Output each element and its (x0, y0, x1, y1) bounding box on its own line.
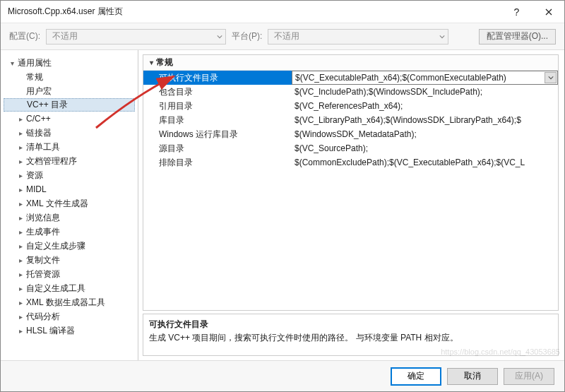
tree-item-label: 浏览信息 (25, 212, 60, 224)
platform-value: 不适用 (274, 30, 299, 42)
chevron-down-icon (548, 75, 554, 81)
apply-button[interactable]: 应用(A) (504, 368, 554, 385)
chevron-down-icon (217, 32, 222, 42)
caret-right-icon: ▸ (16, 271, 25, 278)
property-name: Windows 运行库目录 (143, 127, 292, 141)
tree-root-label: 通用属性 (16, 57, 52, 69)
description-pane: 可执行文件目录 生成 VC++ 项目期间，搜索可执行文件时使用的路径。 与环境变… (143, 314, 559, 356)
tree-item-label: 清单工具 (25, 141, 60, 153)
property-row[interactable]: 源目录$(VC_SourcePath); (143, 141, 558, 155)
tree-item[interactable]: ▸浏览信息 (4, 210, 135, 225)
property-value[interactable]: $(VC_ExecutablePath_x64);$(CommonExecuta… (292, 71, 558, 85)
caret-right-icon: ▸ (16, 158, 25, 165)
tree-item[interactable]: ▸文档管理程序 (4, 154, 135, 168)
property-row[interactable]: Windows 运行库目录$(WindowsSDK_MetadataPath); (143, 127, 558, 141)
property-row[interactable]: 包含目录$(VC_IncludePath);$(WindowsSDK_Inclu… (143, 85, 558, 99)
property-value[interactable]: $(VC_LibraryPath_x64);$(WindowsSDK_Libra… (292, 113, 558, 127)
caret-right-icon: ▸ (16, 242, 25, 250)
tree-item[interactable]: ▸资源 (4, 168, 135, 182)
help-button[interactable]: ? (501, 1, 533, 23)
property-name: 包含目录 (143, 85, 292, 99)
tree-item[interactable]: ▸自定义生成工具 (4, 281, 135, 295)
titlebar: Microsoft.Cpp.x64.user 属性页 ? (1, 1, 564, 23)
platform-label: 平台(P): (232, 30, 262, 42)
tree-item[interactable]: ▸XML 数据生成器工具 (4, 295, 135, 309)
tree-item[interactable]: ▸托管资源 (4, 267, 135, 281)
dialog-footer: 确定 取消 应用(A) (1, 360, 564, 391)
close-button[interactable] (533, 1, 564, 23)
tree-item-label: MIDL (25, 184, 47, 194)
ok-button[interactable]: 确定 (391, 367, 441, 386)
body: ▾ 通用属性 常规用户宏VC++ 目录▸C/C++▸链接器▸清单工具▸文档管理程… (1, 50, 564, 360)
tree-item[interactable]: ▸生成事件 (4, 225, 135, 239)
config-manager-button[interactable]: 配置管理器(O)... (479, 29, 556, 44)
property-row[interactable]: 引用目录$(VC_ReferencesPath_x64); (143, 99, 558, 113)
caret-right-icon: ▸ (16, 143, 25, 151)
property-page-window: Microsoft.Cpp.x64.user 属性页 ? 配置(C): 不适用 … (0, 0, 565, 392)
property-row[interactable]: 可执行文件目录$(VC_ExecutablePath_x64);$(Common… (143, 71, 558, 85)
property-name: 排除目录 (143, 155, 292, 170)
property-value[interactable]: $(VC_IncludePath);$(WindowsSDK_IncludePa… (292, 85, 558, 99)
tree-item[interactable]: ▸代码分析 (4, 309, 135, 323)
tree-item[interactable]: ▸自定义生成步骤 (4, 239, 135, 253)
property-grid: ▾ 常规 可执行文件目录$(VC_ExecutablePath_x64);$(C… (143, 54, 559, 311)
tree-item[interactable]: ▸MIDL (4, 182, 135, 196)
caret-right-icon: ▸ (16, 172, 25, 179)
property-name: 源目录 (143, 141, 292, 155)
property-value[interactable]: $(VC_SourcePath); (292, 141, 558, 155)
tree-item-label: 托管资源 (25, 268, 60, 280)
tree-item-label: HLSL 编译器 (25, 325, 75, 337)
tree-item-label: 代码分析 (25, 311, 60, 323)
grid-rows: 可执行文件目录$(VC_ExecutablePath_x64);$(Common… (143, 71, 558, 310)
group-title: 常规 (156, 57, 173, 69)
property-value[interactable]: $(VC_ReferencesPath_x64); (292, 99, 558, 113)
caret-right-icon: ▸ (16, 214, 25, 222)
tree-item-label: 资源 (25, 170, 43, 182)
tree-item[interactable]: ▸XML 文件生成器 (4, 196, 135, 210)
caret-right-icon: ▸ (16, 228, 25, 236)
config-label: 配置(C): (9, 30, 40, 42)
platform-combo[interactable]: 不适用 (268, 29, 448, 44)
description-body: 生成 VC++ 项目期间，搜索可执行文件时使用的路径。 与环境变量 PATH 相… (149, 332, 552, 344)
group-header[interactable]: ▾ 常规 (143, 55, 558, 71)
tree-item-label: VC++ 目录 (25, 99, 68, 111)
tree-item-label: XML 数据生成器工具 (25, 297, 105, 309)
property-value[interactable]: $(CommonExcludePath);$(VC_ExecutablePath… (292, 155, 558, 170)
tree-item[interactable]: ▸清单工具 (4, 140, 135, 154)
tree-item[interactable]: 用户宏 (4, 84, 135, 98)
config-combo[interactable]: 不适用 (46, 29, 226, 44)
tree-item-label: 用户宏 (25, 85, 52, 97)
caret-down-icon: ▾ (146, 59, 156, 66)
main-panel: ▾ 常规 可执行文件目录$(VC_ExecutablePath_x64);$(C… (138, 50, 564, 360)
property-name: 库目录 (143, 113, 292, 127)
caret-right-icon: ▸ (16, 186, 25, 194)
caret-right-icon: ▸ (16, 327, 25, 335)
tree-item[interactable]: 常规 (4, 70, 135, 84)
close-icon (545, 8, 552, 16)
property-row[interactable]: 排除目录$(CommonExcludePath);$(VC_Executable… (143, 155, 558, 170)
caret-right-icon: ▸ (16, 285, 25, 292)
tree-item-label: XML 文件生成器 (25, 198, 88, 210)
tree-item-label: C/C++ (25, 114, 51, 124)
tree-item-label: 链接器 (25, 127, 52, 139)
cancel-button[interactable]: 取消 (447, 368, 498, 385)
tree-item[interactable]: ▸链接器 (4, 126, 135, 140)
caret-down-icon: ▾ (8, 59, 16, 67)
tree-item[interactable]: VC++ 目录 (4, 98, 135, 112)
tree-item-label: 自定义生成步骤 (25, 240, 85, 252)
tree-item[interactable]: ▸复制文件 (4, 253, 135, 267)
caret-right-icon: ▸ (16, 115, 25, 123)
category-tree[interactable]: ▾ 通用属性 常规用户宏VC++ 目录▸C/C++▸链接器▸清单工具▸文档管理程… (1, 50, 138, 360)
property-value[interactable]: $(WindowsSDK_MetadataPath); (292, 127, 558, 141)
toolbar: 配置(C): 不适用 平台(P): 不适用 配置管理器(O)... (1, 23, 564, 50)
property-name: 可执行文件目录 (143, 71, 292, 85)
property-row[interactable]: 库目录$(VC_LibraryPath_x64);$(WindowsSDK_Li… (143, 113, 558, 127)
caret-right-icon: ▸ (16, 256, 25, 264)
tree-item[interactable]: ▸C/C++ (4, 112, 135, 126)
caret-right-icon: ▸ (16, 129, 25, 137)
tree-root[interactable]: ▾ 通用属性 (4, 56, 135, 70)
caret-right-icon: ▸ (16, 313, 25, 321)
tree-item-label: 文档管理程序 (25, 155, 77, 167)
tree-item[interactable]: ▸HLSL 编译器 (4, 323, 135, 338)
dropdown-button[interactable] (545, 72, 557, 83)
